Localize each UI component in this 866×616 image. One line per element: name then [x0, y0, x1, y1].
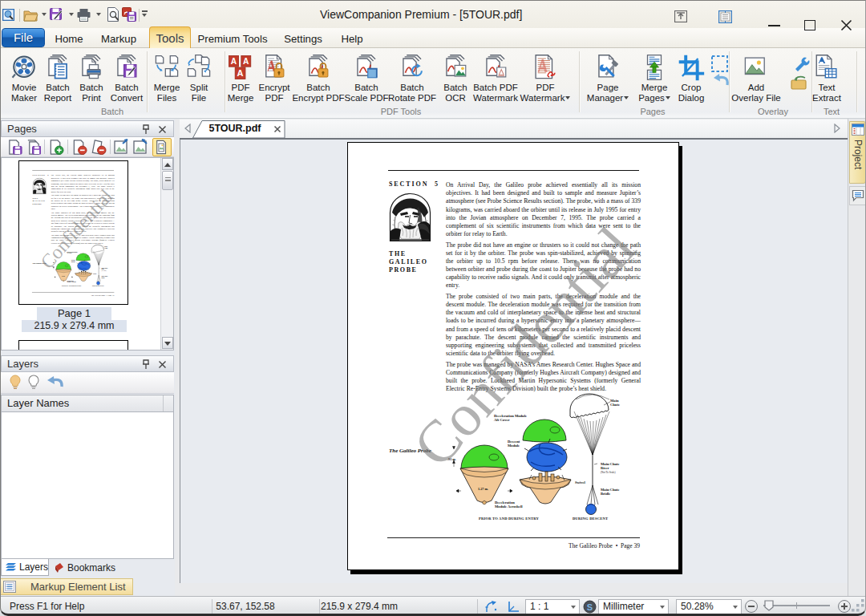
svg-text:A: A — [243, 57, 249, 66]
svg-text:S: S — [587, 602, 593, 612]
svg-text:A: A — [237, 68, 244, 78]
svg-text:A: A — [231, 57, 237, 66]
